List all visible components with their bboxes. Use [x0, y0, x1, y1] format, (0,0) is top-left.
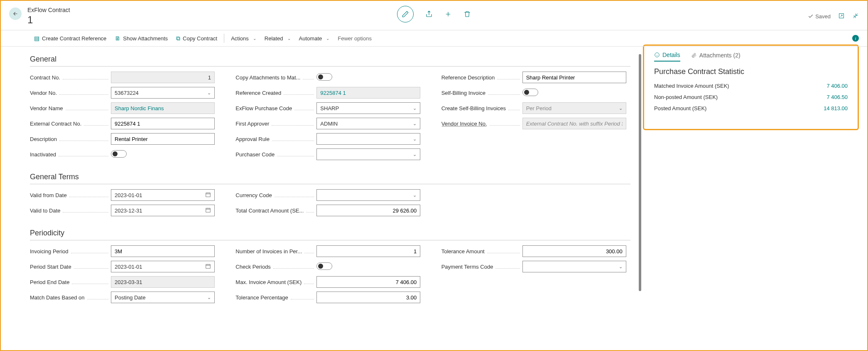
vendor-name-field[interactable]: Sharp Nordic Finans: [111, 102, 215, 114]
tolerance-amt-input[interactable]: [522, 245, 626, 257]
external-contract-no-input[interactable]: [111, 118, 215, 129]
label-approval-rule: Approval Rule: [235, 136, 270, 142]
chevron-down-icon: ⌄: [619, 264, 623, 269]
vendor-no-value: 53673224: [115, 90, 139, 96]
actions-menu[interactable]: Actions⌄: [227, 34, 260, 43]
label-reference-created: Reference Created: [235, 90, 281, 96]
reference-created-field[interactable]: 9225874 1: [316, 87, 420, 99]
tab-attachments[interactable]: Attachments (2): [691, 52, 740, 62]
related-menu[interactable]: Related⌄: [260, 34, 295, 43]
stat-nonposted-value[interactable]: 7 406.50: [826, 94, 848, 100]
label-max-invoice: Max. Invoice Amount (SEK): [235, 279, 302, 285]
exflow-purchase-code-select[interactable]: SHARP⌄: [316, 102, 420, 114]
fewer-options-link[interactable]: Fewer options: [338, 35, 372, 42]
label-description: Description: [30, 136, 57, 142]
section-general-terms[interactable]: General Terms: [30, 168, 630, 184]
first-approver-select[interactable]: ADMIN⌄: [316, 118, 420, 129]
label-tolerance-amt: Tolerance Amount: [441, 248, 485, 255]
scrollbar[interactable]: [639, 54, 641, 291]
tolerance-pct-input[interactable]: [316, 292, 420, 303]
popout-icon[interactable]: [838, 12, 845, 20]
label-vendor-no: Vendor No.: [30, 90, 57, 96]
action-label: Automate: [299, 35, 322, 42]
page-header: ExFlow Contract 1 Saved: [1, 1, 867, 30]
copy-icon: ⧉: [176, 35, 180, 42]
chevron-down-icon: ⌄: [413, 152, 417, 157]
label-total-contract-amount: Total Contract Amount (SE...: [235, 208, 304, 214]
vendor-invoice-no-input: [522, 118, 626, 129]
chevron-down-icon: ⌄: [619, 106, 623, 111]
section-periodicity[interactable]: Periodicity: [30, 225, 630, 240]
contract-no-field: 1: [111, 72, 215, 83]
copy-attachments-toggle[interactable]: [316, 73, 332, 81]
label-vendor-invoice-no[interactable]: Vendor Invoice No.: [441, 121, 487, 127]
breadcrumb: ExFlow Contract: [27, 7, 70, 13]
side-factbox: Details Attachments (2) Purchase Contrac…: [643, 44, 859, 130]
label-reference-description: Reference Description: [441, 74, 495, 81]
new-icon[interactable]: [444, 10, 452, 18]
side-title: Purchase Contract Statistic: [654, 67, 848, 76]
share-icon[interactable]: [425, 10, 433, 18]
calendar-icon: [205, 207, 211, 214]
label-tolerance-pct: Tolerance Percentage: [235, 294, 288, 301]
label-exflow-purchase-code: ExFlow Purchase Code: [235, 105, 292, 111]
valid-from-value: 2023-01-01: [115, 192, 142, 198]
valid-from-date[interactable]: 2023-01-01: [111, 189, 215, 201]
match-dates-value: Posting Date: [115, 294, 145, 301]
self-billing-toggle[interactable]: [522, 89, 538, 96]
match-dates-select[interactable]: Posting Date⌄: [111, 292, 215, 303]
separator: [224, 34, 224, 43]
period-start-date[interactable]: 2023-01-01: [111, 261, 215, 272]
max-invoice-input[interactable]: [316, 276, 420, 288]
section-general[interactable]: General: [30, 51, 630, 67]
label-copy-attachments: Copy Attachments to Mat...: [235, 74, 300, 81]
payment-terms-select[interactable]: ⌄: [522, 261, 626, 272]
description-input[interactable]: [111, 133, 215, 145]
page-title: 1: [27, 14, 70, 26]
valid-to-date[interactable]: 2023-12-31: [111, 205, 215, 216]
invoicing-period-input[interactable]: [111, 245, 215, 257]
edit-button[interactable]: [397, 6, 414, 22]
label-self-billing: Self-Billing Invoice: [441, 90, 485, 96]
label-num-invoices: Number of Invoices in Per...: [235, 248, 302, 255]
chevron-down-icon: ⌄: [413, 136, 417, 142]
action-label: Copy Contract: [183, 35, 217, 42]
total-contract-amount-input[interactable]: [316, 205, 420, 216]
purchaser-code-select[interactable]: ⌄: [316, 148, 420, 160]
label-inactivated: Inactivated: [30, 151, 56, 158]
label-check-periods: Check Periods: [235, 264, 271, 270]
automate-menu[interactable]: Automate⌄: [295, 34, 334, 43]
stat-posted-value[interactable]: 14 813.00: [824, 105, 848, 111]
copy-contract-button[interactable]: ⧉ Copy Contract: [172, 33, 221, 44]
create-self-billing-value: Per Period: [526, 105, 552, 111]
inactivated-toggle[interactable]: [111, 150, 127, 158]
back-button[interactable]: [9, 7, 22, 20]
action-label: Related: [265, 35, 283, 42]
check-periods-toggle[interactable]: [316, 262, 332, 270]
show-attachments-button[interactable]: 🗎 Show Attachments: [110, 33, 172, 43]
card-icon: ▤: [34, 35, 39, 42]
delete-icon[interactable]: [463, 10, 471, 18]
vendor-no-select[interactable]: 53673224⌄: [111, 87, 215, 99]
calendar-icon: [205, 192, 211, 198]
stat-posted-label: Posted Amount (SEK): [654, 105, 706, 111]
collapse-icon[interactable]: [852, 12, 859, 20]
num-invoices-input[interactable]: [316, 245, 420, 257]
create-contract-reference-button[interactable]: ▤ Create Contract Reference: [30, 33, 110, 43]
currency-code-select[interactable]: ⌄: [316, 189, 420, 201]
label-vendor-name: Vendor Name: [30, 105, 63, 111]
reference-description-input[interactable]: [522, 72, 626, 83]
calendar-icon: [205, 263, 211, 270]
chevron-down-icon: ⌄: [287, 36, 291, 41]
label-contract-no: Contract No.: [30, 74, 60, 81]
approval-rule-select[interactable]: ⌄: [316, 133, 420, 145]
stat-matched-value[interactable]: 7 406.00: [826, 83, 848, 89]
create-self-billing-select: Per Period⌄: [522, 102, 626, 114]
form-area: General Contract No. 1 Vendor No. 536732…: [1, 47, 643, 350]
info-icon[interactable]: i: [852, 35, 859, 42]
stat-nonposted-label: Non-posted Amount (SEK): [654, 94, 718, 100]
stat-matched-label: Matched Invoice Amount (SEK): [654, 83, 729, 89]
tab-details[interactable]: Details: [654, 52, 680, 62]
saved-status: Saved: [808, 13, 831, 20]
label-invoicing-period: Invoicing Period: [30, 248, 69, 255]
